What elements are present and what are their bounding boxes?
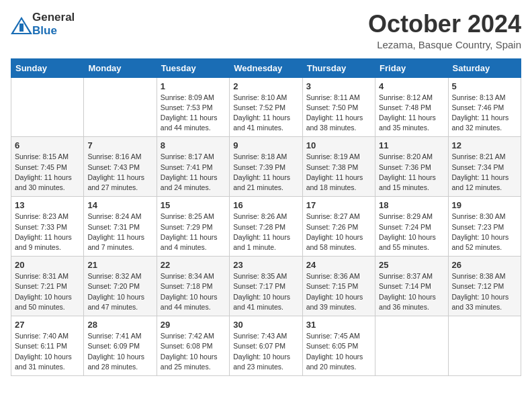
logo: General Blue <box>11 11 75 38</box>
day-info: Sunrise: 7:40 AM Sunset: 6:11 PM Dayligh… <box>15 331 80 372</box>
day-info: Sunrise: 8:23 AM Sunset: 7:33 PM Dayligh… <box>15 212 80 253</box>
day-info: Sunrise: 7:41 AM Sunset: 6:09 PM Dayligh… <box>87 331 152 372</box>
weekday-header-tuesday: Tuesday <box>157 58 229 77</box>
calendar-cell: 15Sunrise: 8:25 AM Sunset: 7:29 PM Dayli… <box>157 197 229 257</box>
weekday-header-friday: Friday <box>375 58 448 77</box>
day-info: Sunrise: 8:21 AM Sunset: 7:34 PM Dayligh… <box>452 152 517 193</box>
day-number: 16 <box>233 200 298 210</box>
calendar-week-row: 20Sunrise: 8:31 AM Sunset: 7:21 PM Dayli… <box>11 257 521 316</box>
day-number: 23 <box>233 260 298 270</box>
day-number: 15 <box>161 200 226 210</box>
day-info: Sunrise: 8:32 AM Sunset: 7:20 PM Dayligh… <box>87 271 152 312</box>
calendar-cell: 24Sunrise: 8:36 AM Sunset: 7:15 PM Dayli… <box>302 257 375 316</box>
calendar-cell <box>448 316 521 376</box>
day-info: Sunrise: 8:25 AM Sunset: 7:29 PM Dayligh… <box>161 212 226 253</box>
calendar-cell: 5Sunrise: 8:13 AM Sunset: 7:46 PM Daylig… <box>448 77 521 137</box>
logo-icon <box>11 17 30 32</box>
day-number: 30 <box>233 320 298 330</box>
day-info: Sunrise: 8:24 AM Sunset: 7:31 PM Dayligh… <box>87 212 152 253</box>
page-header: General Blue October 2024 Lezama, Basque… <box>11 11 521 50</box>
day-number: 26 <box>452 260 517 270</box>
day-info: Sunrise: 8:34 AM Sunset: 7:18 PM Dayligh… <box>161 271 226 312</box>
day-info: Sunrise: 8:20 AM Sunset: 7:36 PM Dayligh… <box>379 152 444 193</box>
weekday-header-sunday: Sunday <box>11 58 84 77</box>
day-number: 2 <box>233 81 298 91</box>
day-info: Sunrise: 8:26 AM Sunset: 7:28 PM Dayligh… <box>233 212 298 253</box>
day-number: 25 <box>379 260 444 270</box>
day-info: Sunrise: 8:12 AM Sunset: 7:48 PM Dayligh… <box>379 93 444 134</box>
day-info: Sunrise: 8:37 AM Sunset: 7:14 PM Dayligh… <box>379 271 444 312</box>
calendar-cell: 14Sunrise: 8:24 AM Sunset: 7:31 PM Dayli… <box>84 197 157 257</box>
day-number: 18 <box>379 200 444 210</box>
calendar-cell <box>11 77 84 137</box>
day-info: Sunrise: 8:11 AM Sunset: 7:50 PM Dayligh… <box>306 93 371 134</box>
calendar-cell: 2Sunrise: 8:10 AM Sunset: 7:52 PM Daylig… <box>230 77 302 137</box>
day-number: 3 <box>306 81 371 91</box>
day-number: 6 <box>15 140 80 150</box>
calendar-cell: 17Sunrise: 8:27 AM Sunset: 7:26 PM Dayli… <box>302 197 375 257</box>
day-number: 20 <box>15 260 80 270</box>
day-number: 11 <box>379 140 444 150</box>
day-info: Sunrise: 8:18 AM Sunset: 7:39 PM Dayligh… <box>233 152 298 193</box>
calendar-cell: 18Sunrise: 8:29 AM Sunset: 7:24 PM Dayli… <box>375 197 448 257</box>
day-info: Sunrise: 8:31 AM Sunset: 7:21 PM Dayligh… <box>15 271 80 312</box>
day-number: 5 <box>452 81 517 91</box>
weekday-header-thursday: Thursday <box>302 58 375 77</box>
day-number: 17 <box>306 200 371 210</box>
day-info: Sunrise: 7:42 AM Sunset: 6:08 PM Dayligh… <box>161 331 226 372</box>
day-number: 29 <box>161 320 226 330</box>
weekday-header-row: SundayMondayTuesdayWednesdayThursdayFrid… <box>11 58 521 77</box>
calendar-cell: 16Sunrise: 8:26 AM Sunset: 7:28 PM Dayli… <box>230 197 302 257</box>
day-number: 14 <box>87 200 152 210</box>
calendar-cell: 4Sunrise: 8:12 AM Sunset: 7:48 PM Daylig… <box>375 77 448 137</box>
day-number: 10 <box>306 140 371 150</box>
day-info: Sunrise: 8:38 AM Sunset: 7:12 PM Dayligh… <box>452 271 517 312</box>
day-info: Sunrise: 7:43 AM Sunset: 6:07 PM Dayligh… <box>233 331 298 372</box>
day-info: Sunrise: 8:36 AM Sunset: 7:15 PM Dayligh… <box>306 271 371 312</box>
calendar-cell: 7Sunrise: 8:16 AM Sunset: 7:43 PM Daylig… <box>84 137 157 197</box>
calendar-cell: 22Sunrise: 8:34 AM Sunset: 7:18 PM Dayli… <box>157 257 229 316</box>
day-info: Sunrise: 8:10 AM Sunset: 7:52 PM Dayligh… <box>233 93 298 134</box>
day-number: 9 <box>233 140 298 150</box>
day-number: 22 <box>161 260 226 270</box>
day-info: Sunrise: 8:09 AM Sunset: 7:53 PM Dayligh… <box>161 93 226 134</box>
calendar-cell: 19Sunrise: 8:30 AM Sunset: 7:23 PM Dayli… <box>448 197 521 257</box>
calendar-cell: 11Sunrise: 8:20 AM Sunset: 7:36 PM Dayli… <box>375 137 448 197</box>
calendar-week-row: 1Sunrise: 8:09 AM Sunset: 7:53 PM Daylig… <box>11 77 521 137</box>
calendar-cell: 23Sunrise: 8:35 AM Sunset: 7:17 PM Dayli… <box>230 257 302 316</box>
calendar-cell: 9Sunrise: 8:18 AM Sunset: 7:39 PM Daylig… <box>230 137 302 197</box>
day-number: 1 <box>161 81 226 91</box>
day-info: Sunrise: 8:13 AM Sunset: 7:46 PM Dayligh… <box>452 93 517 134</box>
day-number: 21 <box>87 260 152 270</box>
calendar-cell: 21Sunrise: 8:32 AM Sunset: 7:20 PM Dayli… <box>84 257 157 316</box>
calendar-week-row: 27Sunrise: 7:40 AM Sunset: 6:11 PM Dayli… <box>11 316 521 376</box>
calendar-cell: 25Sunrise: 8:37 AM Sunset: 7:14 PM Dayli… <box>375 257 448 316</box>
day-info: Sunrise: 8:15 AM Sunset: 7:45 PM Dayligh… <box>15 152 80 193</box>
calendar-cell: 20Sunrise: 8:31 AM Sunset: 7:21 PM Dayli… <box>11 257 84 316</box>
logo-general: General <box>32 11 75 24</box>
calendar-week-row: 13Sunrise: 8:23 AM Sunset: 7:33 PM Dayli… <box>11 197 521 257</box>
day-info: Sunrise: 8:19 AM Sunset: 7:38 PM Dayligh… <box>306 152 371 193</box>
calendar-cell: 12Sunrise: 8:21 AM Sunset: 7:34 PM Dayli… <box>448 137 521 197</box>
calendar-cell: 13Sunrise: 8:23 AM Sunset: 7:33 PM Dayli… <box>11 197 84 257</box>
calendar-table: SundayMondayTuesdayWednesdayThursdayFrid… <box>11 58 521 376</box>
day-info: Sunrise: 8:27 AM Sunset: 7:26 PM Dayligh… <box>306 212 371 253</box>
day-info: Sunrise: 8:30 AM Sunset: 7:23 PM Dayligh… <box>452 212 517 253</box>
day-number: 13 <box>15 200 80 210</box>
day-number: 7 <box>87 140 152 150</box>
calendar-cell: 1Sunrise: 8:09 AM Sunset: 7:53 PM Daylig… <box>157 77 229 137</box>
calendar-cell: 28Sunrise: 7:41 AM Sunset: 6:09 PM Dayli… <box>84 316 157 376</box>
day-info: Sunrise: 7:45 AM Sunset: 6:05 PM Dayligh… <box>306 331 371 372</box>
weekday-header-monday: Monday <box>84 58 157 77</box>
calendar-cell: 30Sunrise: 7:43 AM Sunset: 6:07 PM Dayli… <box>230 316 302 376</box>
calendar-cell: 6Sunrise: 8:15 AM Sunset: 7:45 PM Daylig… <box>11 137 84 197</box>
logo-text: General Blue <box>32 11 75 38</box>
day-info: Sunrise: 8:29 AM Sunset: 7:24 PM Dayligh… <box>379 212 444 253</box>
day-number: 27 <box>15 320 80 330</box>
day-number: 31 <box>306 320 371 330</box>
logo-blue: Blue <box>32 24 57 37</box>
day-number: 8 <box>161 140 226 150</box>
calendar-cell: 31Sunrise: 7:45 AM Sunset: 6:05 PM Dayli… <box>302 316 375 376</box>
calendar-cell: 8Sunrise: 8:17 AM Sunset: 7:41 PM Daylig… <box>157 137 229 197</box>
calendar-cell: 27Sunrise: 7:40 AM Sunset: 6:11 PM Dayli… <box>11 316 84 376</box>
